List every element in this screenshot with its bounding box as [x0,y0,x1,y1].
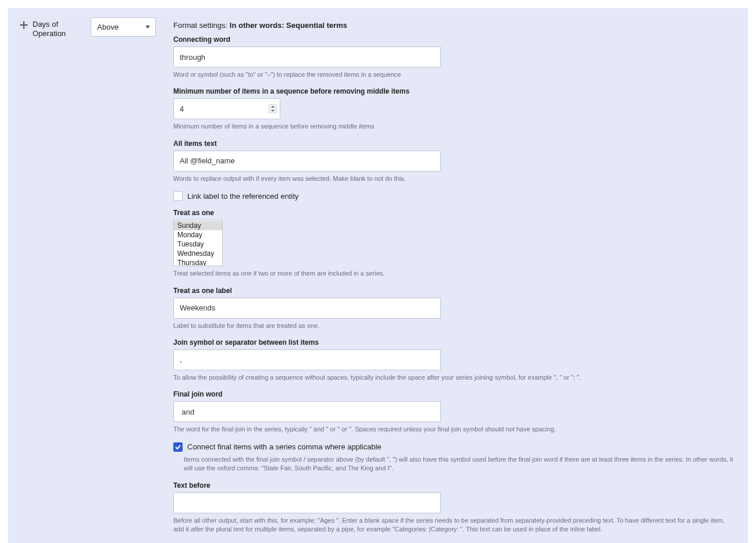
text-before-input[interactable] [173,492,441,513]
list-option[interactable]: Sunday [174,221,222,230]
drag-handle-icon[interactable] [20,21,28,29]
treat-as-one-help: Treat selected items as one if two or mo… [173,269,732,278]
svg-marker-1 [23,27,25,29]
treat-as-one-label-help: Label to substitute for items that are t… [173,321,732,330]
final-join-input[interactable] [173,401,441,422]
list-option[interactable]: Tuesday [174,240,222,249]
all-items-help: Words to replace output with if every it… [173,174,732,183]
list-option[interactable]: Thursday [174,258,222,266]
treat-as-one-listbox[interactable]: Sunday Monday Tuesday Wednesday Thursday [173,220,223,266]
svg-rect-5 [22,24,26,26]
treat-as-one-label-label: Treat as one label [173,287,736,295]
all-items-label: All items text [173,140,736,148]
series-comma-checkbox[interactable] [173,442,183,452]
series-comma-help: Items connected with the final join symb… [184,455,736,473]
field-settings-panel: Days of Operation Above Format settings:… [8,8,748,543]
treat-as-one-label-group: Treat as one label Label to substitute f… [173,287,736,330]
format-settings-heading: Format settings: In other words: Sequent… [173,21,736,30]
all-items-group: All items text Words to replace output w… [173,140,736,183]
all-items-input[interactable] [173,151,441,172]
link-label-checkbox[interactable] [173,191,183,201]
field-name-label: Days of Operation [33,20,73,39]
min-items-help: Minimum number of items in a sequence be… [173,122,732,131]
min-items-label: Minimum number of items in a sequence be… [173,87,736,95]
connecting-word-group: Connecting word Word or symbol (such as … [173,35,736,79]
final-join-group: Final join word The word for the final j… [173,390,736,434]
link-label-group: Link label to the referenced entity [173,191,736,201]
svg-marker-3 [26,24,28,26]
spinner-up-icon[interactable] [269,105,276,109]
svg-marker-0 [23,21,25,23]
connecting-word-help: Word or symbol (such as "to" or "–") to … [173,70,732,79]
number-spinner [269,104,277,113]
text-before-label: Text before [173,481,736,490]
treat-as-one-group: Treat as one Sunday Monday Tuesday Wedne… [173,209,736,278]
connecting-word-label: Connecting word [173,35,736,44]
join-symbol-input[interactable] [173,349,441,370]
connecting-word-input[interactable] [173,47,441,67]
join-symbol-help: To allow the possibility of creating a s… [173,373,732,382]
final-join-help: The word for the final join in the serie… [173,425,732,434]
link-label-checkbox-label: Link label to the referenced entity [187,192,299,201]
text-before-help: Before all other output, start with this… [173,516,732,534]
spinner-down-icon[interactable] [269,109,276,113]
text-before-group: Text before Before all other output, sta… [173,481,736,534]
list-option[interactable]: Monday [174,230,222,240]
min-items-input[interactable] [173,98,280,119]
list-option[interactable]: Wednesday [174,249,222,258]
label-position-select[interactable]: Above [91,17,156,37]
series-comma-group: Connect final items with a series comma … [173,442,736,473]
svg-marker-2 [20,24,22,26]
treat-as-one-label-input[interactable] [173,298,441,319]
join-symbol-label: Join symbol or separator between list it… [173,338,736,346]
field-row-header: Days of Operation [20,17,73,39]
treat-as-one-label: Treat as one [173,209,736,217]
min-items-group: Minimum number of items in a sequence be… [173,87,736,131]
label-position-select-wrap: Above [91,17,156,37]
series-comma-checkbox-label: Connect final items with a series comma … [187,442,381,451]
final-join-label: Final join word [173,390,736,398]
join-symbol-group: Join symbol or separator between list it… [173,338,736,382]
format-settings: Format settings: In other words: Sequent… [173,17,736,543]
